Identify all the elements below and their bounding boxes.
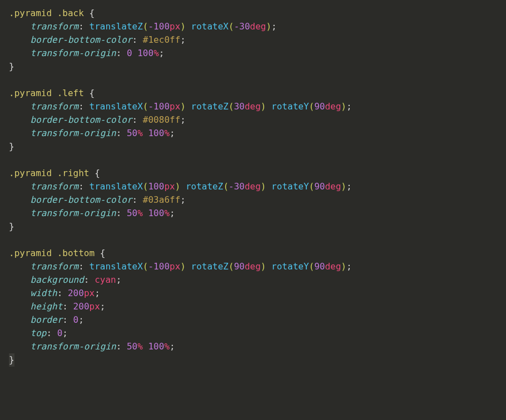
code-editor[interactable]: .pyramid .back { transform: translateZ(-… [9, 7, 497, 367]
